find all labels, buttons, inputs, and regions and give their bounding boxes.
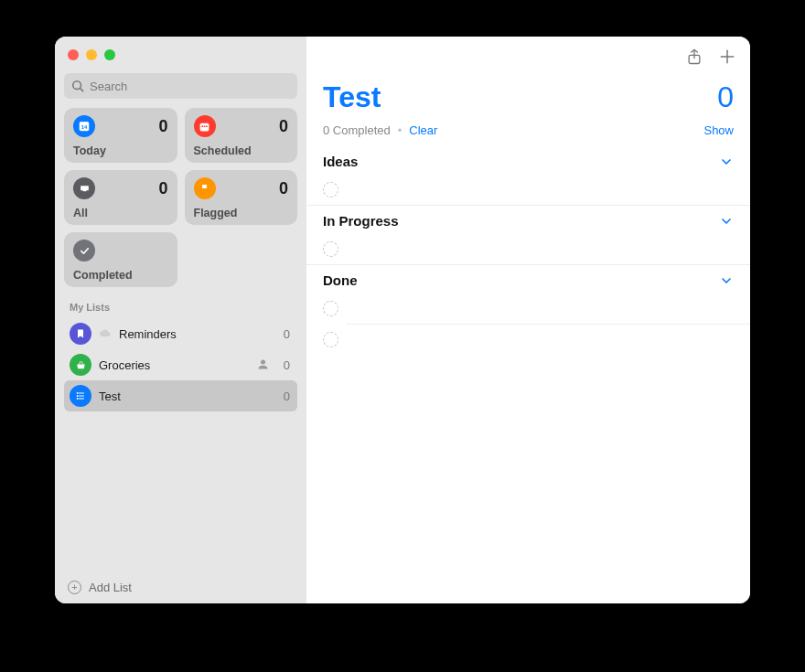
shared-icon	[256, 357, 271, 372]
smart-count: 0	[158, 117, 167, 136]
smart-lists: 14 0 Today 0 Scheduled	[64, 108, 297, 287]
svg-point-14	[77, 399, 78, 400]
completed-count-label: 0 Completed	[323, 123, 391, 137]
smart-list-all[interactable]: 0 All	[64, 170, 177, 225]
add-reminder-icon[interactable]	[717, 47, 737, 67]
sidebar-list-row[interactable]: Test0	[64, 380, 297, 411]
list-header: Test 0	[306, 77, 750, 114]
smart-list-today[interactable]: 14 0 Today	[64, 108, 177, 163]
chevron-down-icon	[719, 214, 734, 229]
list-name: Reminders	[119, 327, 276, 341]
plus-circle-icon	[68, 581, 81, 594]
share-icon[interactable]	[684, 47, 704, 67]
smart-count: 0	[279, 179, 288, 198]
minimize-window-button[interactable]	[86, 49, 97, 60]
list-name: Groceries	[99, 358, 249, 372]
clear-button[interactable]: Clear	[409, 123, 437, 137]
smart-label: All	[73, 207, 168, 219]
list-count: 0	[717, 80, 734, 114]
sidebar-list-row[interactable]: Reminders0	[64, 318, 297, 349]
separator-dot: •	[398, 123, 402, 137]
cloud-sync-icon	[99, 327, 112, 340]
smart-list-scheduled[interactable]: 0 Scheduled	[185, 108, 298, 163]
bookmark-icon	[70, 323, 91, 345]
svg-rect-8	[206, 125, 208, 127]
svg-rect-6	[201, 125, 203, 127]
smart-label: Today	[73, 144, 168, 157]
reminder-checkbox[interactable]	[323, 182, 338, 197]
reminder-checkbox[interactable]	[323, 301, 338, 316]
calendar-icon	[194, 115, 216, 137]
calendar-day-icon: 14	[73, 115, 95, 137]
window-traffic-lights	[64, 37, 297, 69]
sections-container: IdeasIn ProgressDone	[306, 146, 750, 355]
svg-rect-7	[204, 125, 206, 127]
smart-count: 0	[158, 179, 167, 198]
svg-line-1	[80, 89, 84, 92]
svg-point-0	[73, 81, 81, 90]
list-count: 0	[284, 358, 290, 372]
toolbar	[306, 37, 750, 77]
smart-count: 0	[279, 117, 288, 136]
smart-label: Flagged	[194, 207, 289, 219]
sidebar-list-row[interactable]: Groceries0	[64, 349, 297, 380]
search-container	[64, 73, 297, 99]
new-reminder-row[interactable]	[306, 175, 750, 205]
show-completed-button[interactable]: Show	[703, 123, 734, 137]
list-name: Test	[99, 389, 276, 403]
svg-point-9	[261, 360, 265, 365]
completed-bar: 0 Completed • Clear Show	[306, 114, 750, 146]
add-list-button[interactable]: Add List	[64, 575, 297, 596]
basket-icon	[70, 354, 91, 376]
checkmark-icon	[73, 240, 95, 261]
reminder-checkbox[interactable]	[323, 241, 338, 257]
add-list-label: Add List	[89, 581, 132, 594]
section-title: Ideas	[323, 154, 358, 169]
flag-icon	[194, 177, 216, 199]
reminders-window: 14 0 Today 0 Scheduled	[55, 37, 750, 603]
smart-label: Scheduled	[194, 144, 289, 157]
list-count: 0	[284, 327, 290, 341]
smart-list-flagged[interactable]: 0 Flagged	[185, 170, 298, 225]
svg-point-10	[77, 393, 78, 394]
mylists-container: Reminders0Groceries0Test0	[64, 318, 297, 411]
search-icon	[71, 80, 84, 92]
chevron-down-icon	[719, 155, 734, 169]
mylists-heading: My Lists	[70, 302, 294, 313]
new-reminder-row[interactable]	[306, 325, 750, 355]
svg-point-12	[77, 396, 78, 397]
section-header[interactable]: In Progress	[306, 205, 750, 234]
svg-text:14: 14	[81, 124, 88, 130]
new-reminder-row[interactable]	[306, 293, 750, 324]
reminder-checkbox[interactable]	[323, 332, 338, 347]
smart-list-completed[interactable]: Completed	[64, 232, 177, 287]
section-title: In Progress	[323, 213, 399, 229]
close-window-button[interactable]	[68, 49, 79, 60]
list-icon	[70, 385, 91, 407]
section-header[interactable]: Ideas	[306, 146, 750, 175]
zoom-window-button[interactable]	[104, 49, 115, 60]
main-panel: Test 0 0 Completed • Clear Show IdeasIn …	[306, 37, 750, 603]
section-title: Done	[323, 272, 358, 288]
search-input[interactable]	[64, 73, 297, 99]
section-header[interactable]: Done	[306, 264, 750, 293]
new-reminder-row[interactable]	[306, 234, 750, 264]
tray-icon	[73, 177, 95, 199]
chevron-down-icon	[719, 273, 734, 288]
list-count: 0	[284, 389, 290, 403]
smart-label: Completed	[73, 269, 168, 282]
sidebar: 14 0 Today 0 Scheduled	[55, 37, 306, 603]
list-title: Test	[323, 80, 381, 114]
